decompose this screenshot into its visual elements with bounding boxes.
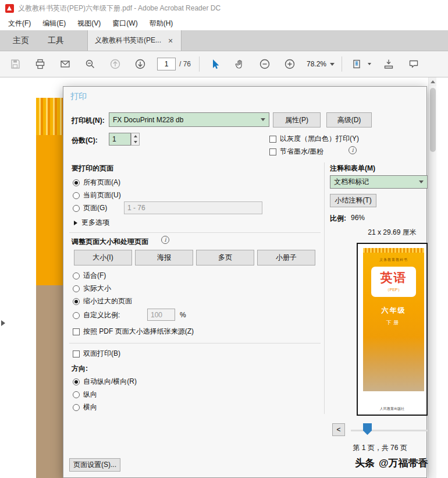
radio-custom-scale[interactable]: 自定义比例: <box>73 310 120 320</box>
radio-actual-size[interactable]: 实际大小 <box>73 284 111 293</box>
preview-slider-track[interactable] <box>351 430 428 431</box>
tab-document[interactable]: 义教教科书英语(PE... × <box>87 30 182 51</box>
menu-file[interactable]: 文件(F) <box>2 16 37 30</box>
radio-fit[interactable]: 适合(F) <box>73 271 106 281</box>
save-button[interactable] <box>7 55 23 73</box>
chevron-down-icon <box>261 118 265 121</box>
info-icon[interactable] <box>161 236 169 244</box>
tab-home[interactable]: 主页 <box>3 30 38 51</box>
auto-orientation-label: 自动纵向/横向(R) <box>83 377 137 387</box>
custom-scale-input[interactable]: 100 <box>147 309 175 321</box>
comments-value: 文档和标记 <box>334 177 369 187</box>
duplex-checkbox[interactable]: 双面打印(B) <box>73 349 120 359</box>
comments-section-title: 注释和表单(M) <box>330 164 375 174</box>
radio-auto-orientation[interactable]: 自动纵向/横向(R) <box>73 377 137 387</box>
comment-button[interactable] <box>406 55 422 73</box>
vertical-scrollbar[interactable] <box>428 77 436 478</box>
sidebar-expand-button[interactable] <box>1 316 8 330</box>
menu-view[interactable]: 视图(V) <box>72 16 106 30</box>
more-options-toggle[interactable]: 更多选项 <box>74 218 109 228</box>
radio-icon <box>73 404 80 411</box>
summarize-comments-button[interactable]: 小结注释(T) <box>330 194 376 207</box>
radio-icon <box>73 192 80 199</box>
menu-help[interactable]: 帮助(H) <box>144 16 179 30</box>
checkbox-icon <box>73 350 80 357</box>
info-icon[interactable] <box>349 146 357 154</box>
page-range-value: 1 - 76 <box>127 204 145 212</box>
fit-label: 适合(F) <box>83 271 106 281</box>
grayscale-checkbox[interactable]: 以灰度（黑白色）打印(Y) <box>269 134 359 144</box>
checkbox-icon <box>269 136 276 143</box>
next-page-button[interactable] <box>132 55 148 73</box>
size-button[interactable]: 大小(I) <box>74 250 132 265</box>
page-number-input[interactable]: 1 <box>157 58 176 70</box>
menu-window[interactable]: 窗口(W) <box>106 16 143 30</box>
zoom-tool-icon[interactable] <box>82 55 98 73</box>
preview-page-info: 第 1 页，共 76 页 <box>332 443 428 453</box>
document-page-art-orange <box>36 135 63 285</box>
acrobat-window: 义教教科书英语(PEP)六年级下册.pdf - Adobe Acrobat Re… <box>0 0 448 478</box>
toolbar: 1 / 76 78.2% <box>0 51 448 77</box>
duplex-label: 双面打印(B) <box>83 349 120 359</box>
hand-tool-icon[interactable] <box>232 55 248 73</box>
cover-series-text: 义务教育教科书 <box>379 257 408 263</box>
printer-select[interactable]: FX DocuPrint M228 db <box>109 112 269 127</box>
zoom-in-button[interactable] <box>282 55 298 73</box>
all-pages-label: 所有页面(A) <box>83 178 120 187</box>
radio-all-pages[interactable]: 所有页面(A) <box>73 178 120 187</box>
page-display-mode-button[interactable] <box>349 55 365 73</box>
book-cover: 义务教育教科书 英语 （PEP） 六年级 下册 <box>363 248 424 391</box>
document-page-art-tan <box>36 285 63 478</box>
stepper-up-icon[interactable] <box>131 133 139 139</box>
grayscale-label: 以灰度（黑白色）打印(Y) <box>280 134 359 144</box>
preview-slider-thumb[interactable] <box>363 423 372 435</box>
tab-tools[interactable]: 工具 <box>38 30 73 51</box>
email-button[interactable] <box>57 55 73 73</box>
advanced-button[interactable]: 高级(D) <box>326 112 372 128</box>
page-range-input[interactable]: 1 - 76 <box>124 201 262 214</box>
chevron-down-icon <box>330 63 335 66</box>
tabbar: 主页 工具 义教教科书英语(PE... × <box>0 30 448 51</box>
multiple-button[interactable]: 多页 <box>196 250 254 265</box>
menu-edit[interactable]: 编辑(E) <box>37 16 72 30</box>
chevron-down-icon[interactable] <box>368 63 371 65</box>
radio-portrait[interactable]: 纵向 <box>73 390 97 399</box>
pages-section-title: 要打印的页面 <box>72 164 113 174</box>
radio-shrink-oversized[interactable]: 缩小过大的页面 <box>73 296 132 306</box>
save-ink-checkbox[interactable]: 节省墨水/墨粉 <box>269 147 323 157</box>
page-setup-button[interactable]: 页面设置(S)... <box>69 458 120 472</box>
comments-select[interactable]: 文档和标记 <box>330 175 428 189</box>
radio-icon <box>73 312 80 319</box>
booklet-button[interactable]: 小册子 <box>257 250 315 265</box>
cover-publisher: 人民教育出版社 <box>358 406 426 412</box>
printer-label: 打印机(N): <box>72 116 105 126</box>
radio-page-range[interactable]: 页面(G) <box>73 203 107 213</box>
radio-landscape[interactable]: 横向 <box>73 402 97 412</box>
radio-icon <box>73 179 80 186</box>
radio-current-page[interactable]: 当前页面(U) <box>73 190 121 200</box>
copies-stepper[interactable] <box>131 133 140 146</box>
select-tool-icon[interactable] <box>207 55 223 73</box>
cover-title: 英语 <box>372 270 415 286</box>
scrollbar-thumb[interactable] <box>430 88 436 152</box>
properties-button[interactable]: 属性(P) <box>273 112 321 128</box>
preview-prev-button[interactable]: < <box>332 423 345 436</box>
cover-grade: 六年级 <box>382 306 406 316</box>
dialog-divider <box>69 232 321 233</box>
hide-toolbar-button[interactable] <box>381 55 397 73</box>
poster-button[interactable]: 海报 <box>135 250 193 265</box>
copies-input[interactable]: 1 <box>109 133 131 146</box>
paper-source-checkbox[interactable]: 按照 PDF 页面大小选择纸张来源(Z) <box>73 327 194 337</box>
cover-title-card: 英语 （PEP） <box>371 267 417 297</box>
checkbox-icon <box>73 328 80 335</box>
previous-page-button[interactable] <box>107 55 123 73</box>
close-tab-icon[interactable]: × <box>167 37 174 45</box>
printer-value: FX DocuPrint M228 db <box>113 116 183 124</box>
zoom-level-dropdown[interactable]: 78.2% <box>307 60 335 68</box>
stepper-down-icon[interactable] <box>131 139 139 145</box>
zoom-out-button[interactable] <box>257 55 273 73</box>
menubar: 文件(F) 编辑(E) 视图(V) 窗口(W) 帮助(H) <box>0 16 448 30</box>
scroll-up-button[interactable] <box>429 77 436 86</box>
cover-volume: 下册 <box>386 319 401 327</box>
print-button[interactable] <box>32 55 48 73</box>
